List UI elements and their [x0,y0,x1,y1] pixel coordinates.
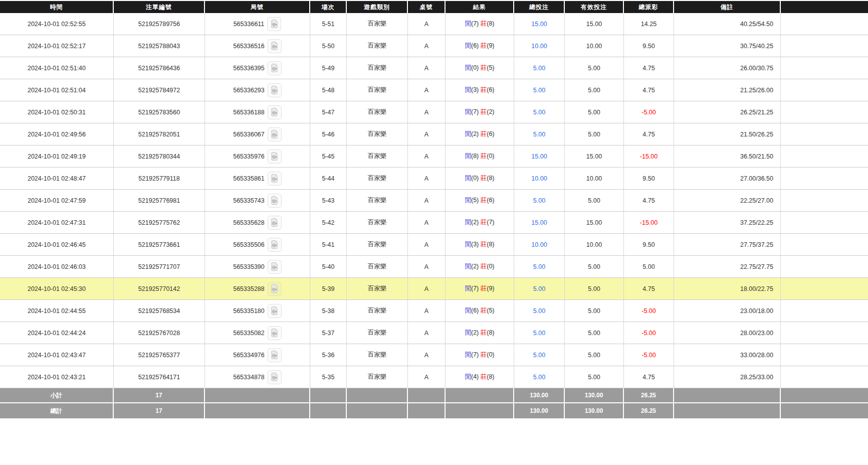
valid-bet: 5.00 [565,344,624,366]
total-bet-link[interactable]: 15.00 [531,21,547,28]
video-replay-icon[interactable] [268,260,282,274]
bet-record-row[interactable]: 2024-10-01 02:43:47 521925765377 5653349… [0,344,868,366]
game-result: 閒(7) 莊(8) [446,13,514,35]
col-header-spacer [781,1,868,13]
video-replay-icon[interactable] [268,304,282,318]
valid-bet: 5.00 [565,278,624,300]
round-id: 565335082 [233,330,265,337]
bet-record-row[interactable]: 2024-10-01 02:44:24 521925767028 5653350… [0,322,868,344]
result-player-points: (7) [471,20,479,27]
payout: 14.25 [624,13,674,35]
total-bet-link[interactable]: 5.00 [533,352,545,359]
bet-record-row[interactable]: 2024-10-01 02:49:56 521925782051 5653360… [0,123,868,145]
round-cell: 565336516 [205,35,310,57]
video-replay-icon[interactable] [268,61,282,75]
total-bet-link[interactable]: 5.00 [533,374,545,381]
result-banker-label: 莊 [481,329,487,336]
bet-record-row[interactable]: 2024-10-01 02:46:03 521925771707 5653353… [0,256,868,278]
video-replay-icon[interactable] [268,348,282,362]
spacer-cell [781,13,868,35]
session-no: 5-44 [310,168,347,190]
result-banker-points: (0) [487,152,494,160]
result-player-points: (2) [471,219,479,226]
total-bet-link[interactable]: 10.00 [531,43,547,50]
remark-balance: 26.25/21.25 [674,101,781,123]
result-banker-label: 莊 [481,241,487,248]
total-bet-link[interactable]: 5.00 [533,131,545,138]
game-result: 閒(0) 莊(5) [446,57,514,79]
bet-record-row[interactable]: 2024-10-01 02:43:21 521925764171 5653348… [0,366,868,388]
bet-record-row[interactable]: 2024-10-01 02:51:04 521925784972 5653362… [0,79,868,101]
bet-record-row[interactable]: 2024-10-01 02:46:45 521925773661 5653355… [0,234,868,256]
result-banker-points: (9) [487,285,494,292]
bet-record-row[interactable]: 2024-10-01 02:52:17 521925788043 5653365… [0,35,868,57]
total-bet-link[interactable]: 5.00 [533,330,545,337]
video-replay-icon[interactable] [268,105,282,119]
session-no: 5-48 [310,79,347,101]
total-bet-link[interactable]: 15.00 [531,219,547,226]
total-bet-link[interactable]: 10.00 [531,175,547,182]
result-banker-label: 莊 [481,351,487,358]
total-bet-cell: 15.00 [514,145,565,168]
total-bet-link[interactable]: 5.00 [533,109,545,116]
total-bet-link[interactable]: 5.00 [533,307,545,315]
bet-id: 521925764171 [114,366,205,388]
total-bet-link[interactable]: 5.00 [533,87,545,94]
bet-record-row[interactable]: 2024-10-01 02:47:59 521925776981 5653357… [0,190,868,212]
result-banker-points: (8) [487,20,494,27]
total-bet-link[interactable]: 15.00 [531,153,547,160]
bet-record-row[interactable]: 2024-10-01 02:44:55 521925768534 5653351… [0,300,868,322]
video-replay-icon[interactable] [268,83,282,97]
video-replay-icon[interactable] [268,370,282,384]
payout: -5.00 [624,322,674,344]
video-replay-icon[interactable] [268,39,282,53]
video-replay-icon[interactable] [268,194,282,208]
video-replay-icon[interactable] [268,216,282,230]
result-player-points: (5) [471,197,479,204]
game-type: 百家樂 [347,300,408,322]
payout: 9.50 [624,35,674,57]
session-no: 5-38 [310,300,347,322]
video-replay-icon[interactable] [268,326,282,340]
payout: 4.75 [624,366,674,388]
bet-record-row[interactable]: 2024-10-01 02:45:30 521925770142 5653352… [0,278,868,300]
col-header-payout: 總派彩 [624,1,674,13]
total-bet-cell: 5.00 [514,366,565,388]
video-replay-icon[interactable] [268,149,282,164]
video-replay-icon[interactable] [268,127,282,141]
round-id: 565336516 [233,43,265,50]
bet-record-row[interactable]: 2024-10-01 02:48:47 521925779118 5653358… [0,168,868,190]
result-banker-label: 莊 [481,175,487,182]
game-type: 百家樂 [347,79,408,101]
remark-balance: 18.00/22.75 [674,278,781,300]
total-bet-link[interactable]: 5.00 [533,65,545,72]
spacer-cell [781,212,868,234]
bet-record-row[interactable]: 2024-10-01 02:51:40 521925786436 5653363… [0,57,868,79]
bet-record-row[interactable]: 2024-10-01 02:49:19 521925780344 5653359… [0,145,868,168]
session-no: 5-39 [310,278,347,300]
total-bet-link[interactable]: 5.00 [533,285,545,292]
total-bet-cell: 5.00 [514,101,565,123]
video-replay-icon[interactable] [268,282,282,296]
result-player-label: 閒 [465,152,471,160]
payout: 4.75 [624,123,674,145]
spacer-cell [781,123,868,145]
game-type: 百家樂 [347,344,408,366]
total-bet-link[interactable]: 10.00 [531,241,547,248]
total-bet-link[interactable]: 5.00 [533,263,545,270]
remark-balance: 27.00/36.50 [674,168,781,190]
video-replay-icon[interactable] [267,17,281,31]
bet-id: 521925783560 [114,101,205,123]
video-replay-icon[interactable] [268,172,282,186]
total-bet-link[interactable]: 5.00 [533,197,545,204]
video-replay-icon[interactable] [268,238,282,252]
bet-record-row[interactable]: 2024-10-01 02:52:55 521925789756 5653366… [0,13,868,35]
round-id: 565335180 [233,307,265,315]
bet-time: 2024-10-01 02:50:31 [0,101,114,123]
round-cell: 565335180 [205,300,310,322]
result-player-label: 閒 [465,241,471,248]
bet-record-row[interactable]: 2024-10-01 02:50:31 521925783560 5653361… [0,101,868,123]
spacer-cell [781,300,868,322]
valid-bet: 5.00 [565,322,624,344]
bet-record-row[interactable]: 2024-10-01 02:47:31 521925775762 5653356… [0,212,868,234]
